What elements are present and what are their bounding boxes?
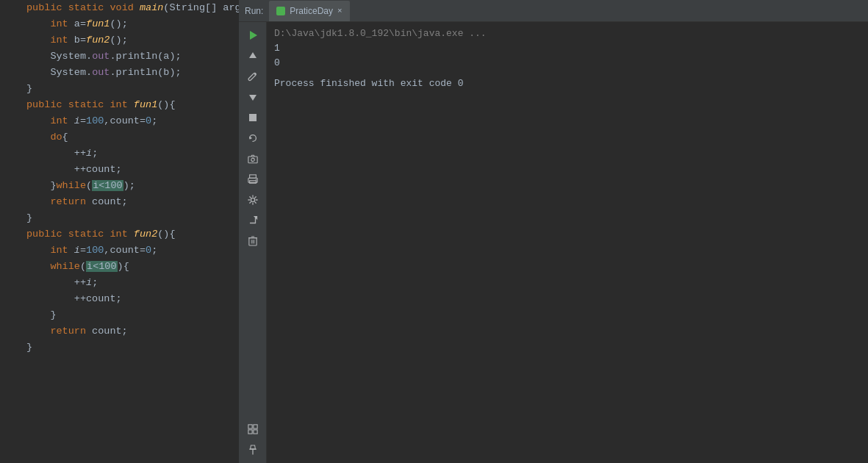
code-editor: public static void main(String[] args) {… xyxy=(0,0,239,463)
line-text-8: int i=100,count=0; xyxy=(21,113,157,129)
svg-rect-15 xyxy=(248,425,251,428)
code-line-14: } xyxy=(0,210,239,226)
line-text-14: } xyxy=(21,210,32,226)
code-line-22: } xyxy=(0,340,239,356)
line-text-13: return count; xyxy=(21,194,128,210)
run-header: Run: PraticeDay × xyxy=(239,0,868,22)
trash-icon xyxy=(248,236,257,246)
print-button[interactable] xyxy=(243,171,262,188)
output-result-2: 0 xyxy=(274,56,861,71)
line-text-15: public static int fun2(){ xyxy=(21,226,176,243)
run-play-button[interactable] xyxy=(243,26,262,44)
line-text-5: System.out.println(b); xyxy=(21,65,182,81)
redirect-icon xyxy=(248,215,258,226)
code-line-3: int b=fun2(); xyxy=(0,32,239,49)
svg-marker-3 xyxy=(249,95,257,101)
snapshot-button[interactable] xyxy=(243,150,262,168)
wrench-icon xyxy=(248,72,257,82)
stop-icon xyxy=(248,113,257,122)
code-line-7: public static int fun1(){ xyxy=(0,97,239,113)
code-line-2: int a=fun1(); xyxy=(0,16,239,32)
settings-button[interactable] xyxy=(243,68,262,85)
code-line-9: do{ xyxy=(0,129,239,146)
svg-marker-0 xyxy=(250,31,257,40)
svg-point-2 xyxy=(254,73,256,74)
down-arrow-icon xyxy=(248,93,257,101)
code-line-1: public static void main(String[] args) { xyxy=(0,0,239,16)
rerun-icon xyxy=(248,133,258,143)
line-text-16: int i=100,count=0; xyxy=(21,243,157,259)
line-text-10: ++i; xyxy=(21,146,98,162)
code-content: public static void main(String[] args) {… xyxy=(0,0,239,356)
line-text-21: return count; xyxy=(21,323,128,340)
play-icon xyxy=(248,30,258,40)
pin-icon xyxy=(248,445,257,455)
layout-icon xyxy=(248,424,258,434)
line-text-1: public static void main(String[] args) { xyxy=(21,0,239,16)
line-text-4: System.out.println(a); xyxy=(21,49,182,65)
svg-marker-5 xyxy=(249,136,252,139)
code-line-6: } xyxy=(0,81,239,97)
up-arrow-icon xyxy=(248,51,257,60)
code-line-10: ++i; xyxy=(0,146,239,162)
run-panel: Run: PraticeDay × xyxy=(239,0,868,463)
svg-rect-6 xyxy=(248,157,257,163)
code-line-21: return count; xyxy=(0,323,239,340)
line-text-3: int b=fun2(); xyxy=(21,32,128,49)
run-output-area: D:\Java\jdk1.8.0_192\bin\java.exe ... 1 … xyxy=(267,22,868,463)
code-line-18: ++i; xyxy=(0,275,239,291)
svg-rect-8 xyxy=(249,175,256,178)
output-cmd-line: D:\Java\jdk1.8.0_192\bin\java.exe ... xyxy=(274,26,861,41)
svg-point-11 xyxy=(255,179,256,180)
line-text-9: do{ xyxy=(21,129,68,146)
output-result-1: 1 xyxy=(274,41,861,56)
code-line-12: }while(i<100); xyxy=(0,178,239,194)
line-text-19: ++count; xyxy=(21,291,122,307)
layout-button[interactable] xyxy=(243,420,262,438)
svg-rect-17 xyxy=(248,430,251,434)
code-line-19: ++count; xyxy=(0,291,239,307)
run-body: D:\Java\jdk1.8.0_192\bin\java.exe ... 1 … xyxy=(239,22,868,463)
svg-point-12 xyxy=(251,198,254,201)
delete-button[interactable] xyxy=(243,232,262,250)
run-tab-close-button[interactable]: × xyxy=(337,7,342,15)
svg-rect-10 xyxy=(249,181,256,184)
run-tab[interactable]: PraticeDay × xyxy=(269,1,349,21)
line-text-17: while(i<100){ xyxy=(21,259,129,275)
line-text-11: ++count; xyxy=(21,162,122,178)
code-line-16: int i=100,count=0; xyxy=(0,243,239,259)
code-line-11: ++count; xyxy=(0,162,239,178)
code-line-8: int i=100,count=0; xyxy=(0,113,239,129)
rerun-button[interactable] xyxy=(243,129,262,147)
code-line-5: System.out.println(b); xyxy=(0,65,239,81)
run-label: Run: xyxy=(245,6,263,16)
code-line-20: } xyxy=(0,307,239,323)
svg-rect-16 xyxy=(253,425,257,428)
code-line-13: return count; xyxy=(0,194,239,210)
gear-icon xyxy=(248,195,258,205)
redirect-button[interactable] xyxy=(243,212,262,229)
run-tab-icon xyxy=(276,7,285,15)
code-line-17: while(i<100){ xyxy=(0,259,239,275)
pin-button[interactable] xyxy=(243,441,262,459)
svg-point-7 xyxy=(251,158,254,161)
print-icon xyxy=(248,174,258,184)
scroll-down-button[interactable] xyxy=(243,88,262,106)
output-finish-line: Process finished with exit code 0 xyxy=(274,76,861,91)
stop-button[interactable] xyxy=(243,109,262,126)
code-line-15: public static int fun2(){ xyxy=(0,226,239,243)
run-tab-name: PraticeDay xyxy=(290,6,333,16)
line-text-22: } xyxy=(21,340,32,356)
gear-button[interactable] xyxy=(243,191,262,209)
camera-icon xyxy=(248,154,258,164)
line-text-7: public static int fun1(){ xyxy=(21,97,176,113)
line-text-18: ++i; xyxy=(21,275,98,291)
scroll-up-button[interactable] xyxy=(243,47,262,65)
run-toolbar xyxy=(239,22,267,463)
line-text-20: } xyxy=(21,307,57,323)
line-text-12: }while(i<100); xyxy=(21,178,135,194)
line-text-2: int a=fun1(); xyxy=(21,16,128,32)
line-text-6: } xyxy=(21,81,32,97)
svg-rect-4 xyxy=(249,114,257,121)
svg-marker-1 xyxy=(249,52,257,58)
